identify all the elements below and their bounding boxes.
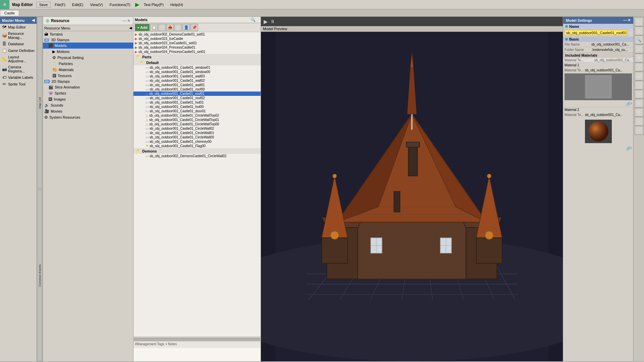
save-button[interactable]: Save [36,2,51,8]
tree-item-materials[interactable]: 🎨 Materials [43,67,133,73]
list-item[interactable]: ⚑ sb_obj_outdoor001_Castle01_Flag00 [133,144,261,148]
sidebar-item-map-editor[interactable]: 🗺 Map Editor [0,24,37,31]
horizontal-scrollbar[interactable] [133,337,261,341]
tree-item-movies[interactable]: 🎥 Movies [43,108,133,114]
sidebar-item-camera[interactable]: 📷 Camera Registra... [0,64,37,74]
right-icon-eye[interactable]: 👁 [635,90,643,99]
sidebar-item-resource-manager[interactable]: 📦 Resource Manag... [0,31,37,41]
list-item[interactable]: ▭ sb_obj_outdoor001_Castle01_hut00 [133,105,261,109]
right-icon-undo[interactable]: ↩ [635,117,643,126]
list-item[interactable]: ▭ sb_obj_outdoor001_Castle01_roof00 [133,87,261,92]
menu-functions[interactable]: Functions(T) [106,1,134,8]
sidebar-item-sprite-tool[interactable]: ✏ Sprite Tool [0,81,37,87]
list-item[interactable]: ▭ sb_obj_outdoor001_Castle01_roof02 [133,96,261,100]
material2-link-button[interactable]: 🔗 [626,146,631,151]
right-icon-redo[interactable]: ↪ [635,126,643,135]
right-icon-scale[interactable]: ⇲ [635,63,643,71]
model-list-help[interactable]: ? [257,17,259,22]
resource-minimize-button[interactable]: — [122,18,126,23]
scrollbar-track[interactable] [134,338,260,341]
common-events-tab[interactable]: Common Events [37,189,43,361]
user-button[interactable]: 👤 [182,24,190,31]
sidebar-item-variable-labels[interactable]: 🏷 Variable Labels [0,74,37,81]
default-group-header[interactable]: 📁 Default [133,60,261,65]
material2-arrow[interactable]: › [631,146,632,151]
material1-link-button[interactable]: 🔗 [626,102,631,106]
list-item[interactable]: ▭ sb_obj_outdoor002_DemonsCastle01_Circl… [133,154,261,158]
list-item[interactable]: ▭ sb_obj_outdoor001_Castle01_door01 [133,109,261,113]
tree-item-textures[interactable]: 🖼 Textures [43,73,133,79]
add-button[interactable]: + Add [135,24,150,31]
resource-menu-collapse[interactable]: ◀ [129,26,132,30]
tree-item-sprites[interactable]: 👾 Sprites [43,90,133,96]
list-item[interactable]: ▶ sb_obj_outdoor002_DemonsCastle01_set01 [133,32,261,37]
tree-item-images[interactable]: 🖼 Images [43,96,133,102]
right-icon-paint[interactable]: 🖌 [635,72,643,80]
tree-item-terrains[interactable]: 🏔 Terrains [43,31,133,37]
list-item[interactable]: ▶ sb_obj_outdoor023_IceCastle [133,37,261,41]
tree-item-models[interactable]: ⬛ Models [43,43,133,49]
list-item[interactable]: △ sb_obj_outdoor001_Castle01_CircleWallT… [133,113,261,118]
export-button[interactable]: 📤 [166,24,174,31]
right-icon-delete[interactable]: 🗑 [635,108,643,117]
tree-item-sounds[interactable]: 🔊 Sounds [43,102,133,108]
list-item[interactable]: ▶ sb_obj_outdoor024_PrincessCastle01_set… [133,50,261,54]
tree-item-physical-setting[interactable]: ⚙ Physical Setting [43,55,133,61]
menu-file[interactable]: File(F) [51,1,69,8]
parts-group-header[interactable]: 📁 Parts [133,54,261,60]
list-item[interactable]: ▭ sb_obj_outdoor001_Castle01_window00 [133,70,261,74]
list-item[interactable]: △ sb_obj_outdoor001_Castle01_CircleWallT… [133,118,261,122]
preview-play-button[interactable]: ▶ [264,18,268,25]
right-icon-cursor[interactable]: ↖ [635,17,643,26]
menu-view[interactable]: View(V) [87,1,106,8]
menu-test-play[interactable]: Test Play(P) [141,1,167,8]
list-item[interactable]: ▭ sb_obj_outdoor001_Castle01_hut01 [133,100,261,105]
sidebar-item-database[interactable]: 🗄 Database [0,41,37,47]
tree-item-particles[interactable]: ✨ Particles [43,61,133,67]
list-item[interactable]: ▭ sb_obj_outdoor001_Castle01_CircleWall0… [133,135,261,139]
search-icon[interactable]: 🔍 [251,17,256,22]
sidebar-item-game-definition[interactable]: 📋 Game Definition [0,47,37,54]
right-icon-zoom[interactable]: 🔍 [635,36,643,44]
tree-item-2d-stamps[interactable]: 2D 2D Stamps [43,79,133,84]
list-item[interactable]: △ sb_obj_outdoor001_Castle01_CircleWallT… [133,122,261,126]
settings-minimize-button[interactable]: — [623,18,627,22]
material1-arrow[interactable]: › [631,102,632,106]
list-item[interactable]: ▭ sb_obj_outdoor001_Castle01_wall01 [133,83,261,87]
resource-close-button[interactable]: ✕ [127,18,130,23]
pin-button[interactable]: 📌 [191,24,198,31]
menu-help[interactable]: Help(H) [167,1,186,8]
tree-item-slice-animation[interactable]: 🎬 Slice Animation [43,84,133,90]
list-item[interactable]: ▭ sb_obj_outdoor001_Castle01_CircleWall0… [133,131,261,135]
tree-item-system-resources[interactable]: ⚙ System Resources [43,114,133,120]
castle-tab[interactable]: Castle [0,10,19,16]
list-item[interactable]: ▶ sb_obj_outdoor023_IceCastle01_set01 [133,41,261,45]
settings-close-button[interactable]: ✕ [628,18,631,22]
preview-pause-button[interactable]: ⏸ [270,19,275,24]
list-item[interactable]: ▭ sb_obj_outdoor001_Castle01_wall03 [133,74,261,78]
name-edit-icon[interactable]: ✏ [629,31,632,35]
tree-item-3d-stamps[interactable]: 3D 3D Stamps [43,37,133,43]
sidebar-collapse-button[interactable]: ◀ [32,18,35,22]
demons-group-header[interactable]: 📁 Demons [133,148,261,154]
right-icon-move[interactable]: ✥ [635,54,643,62]
play-button[interactable]: ▶ [135,1,139,8]
list-item[interactable]: ▶ sb_obj_outdoor024_PrincessCastle01 [133,45,261,50]
right-icon-grid[interactable]: ⊞ [635,26,643,35]
delete-button[interactable]: 🗑 [174,24,182,31]
sidebar-item-layout[interactable]: 📐 Layout Adjustme... [0,54,37,64]
tree-item-motions[interactable]: ▶ Motions [43,49,133,55]
list-item[interactable]: ▭ sb_obj_outdoor001_Castle01_wall02 [133,78,261,83]
copy-button[interactable]: 📋 [150,24,158,31]
right-icon-settings[interactable]: ⚙ [635,99,643,108]
menu-edit[interactable]: Edit(E) [69,1,87,8]
list-item[interactable]: ▭ sb_obj_outdoor001_Castle01_CircleWall0… [133,126,261,131]
refresh-button[interactable]: ↺ [158,24,166,31]
map-list-tab[interactable]: Map List [37,17,43,189]
right-icon-rotate[interactable]: ↻ [635,45,643,53]
list-item-selected[interactable]: △ sb_obj_outdoor001_Castle01_roof01 [133,92,261,96]
right-icon-select[interactable]: ◻ [635,81,643,89]
list-item[interactable]: ▭ sb_obj_outdoor001_Castle01_window01 [133,65,261,70]
list-item[interactable]: ▭ sb_obj_outdoor001_Castle01_chimney00 [133,139,261,144]
name-input[interactable] [565,30,628,36]
